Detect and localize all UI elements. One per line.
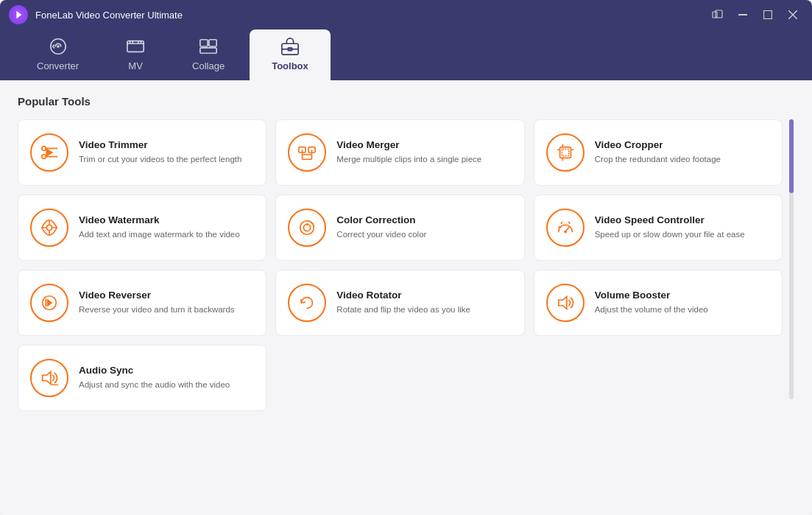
tools-grid: Video Trimmer Trim or cut your videos to… <box>18 119 783 411</box>
svg-rect-3 <box>738 14 747 15</box>
tab-toolbox[interactable]: Toolbox <box>250 29 331 80</box>
tool-card-audio-sync[interactable]: Audio Sync Adjust and sync the audio wit… <box>18 345 266 411</box>
tools-grid-wrapper: Video Trimmer Trim or cut your videos to… <box>18 119 788 500</box>
tool-card-video-watermark[interactable]: Video Watermark Add text and image water… <box>18 195 266 261</box>
scrollbar-track[interactable] <box>789 119 794 399</box>
main-content: Popular Tools <box>0 80 812 515</box>
audio-sync-name: Audio Sync <box>79 365 254 376</box>
minimize-btn[interactable] <box>732 4 753 25</box>
video-rotator-desc: Rotate and flip the video as you like <box>336 304 512 315</box>
video-reverser-info: Video Reverser Reverse your video and tu… <box>79 290 254 315</box>
maximize-btn[interactable] <box>758 4 778 25</box>
video-merger-name: Video Merger <box>336 139 512 150</box>
video-rotator-icon <box>288 284 326 322</box>
volume-booster-icon <box>546 284 585 322</box>
color-correction-name: Color Correction <box>336 214 512 225</box>
close-btn[interactable] <box>783 4 803 25</box>
svg-rect-1 <box>713 12 717 18</box>
video-speed-controller-name: Video Speed Controller <box>595 214 770 225</box>
video-speed-controller-icon <box>546 209 585 247</box>
tool-card-video-rotator[interactable]: Video Rotator Rotate and flip the video … <box>275 270 524 336</box>
svg-point-30 <box>306 223 308 225</box>
svg-marker-0 <box>16 11 21 19</box>
video-trimmer-name: Video Trimmer <box>79 139 254 150</box>
tab-converter-label: Converter <box>37 60 79 71</box>
video-trimmer-info: Video Trimmer Trim or cut your videos to… <box>79 139 254 165</box>
svg-point-27 <box>46 225 52 230</box>
app-title: FoneLab Video Converter Ultimate <box>35 10 707 21</box>
tool-card-video-merger[interactable]: Video Merger Merge multiple clips into a… <box>275 119 524 186</box>
video-merger-info: Video Merger Merge multiple clips into a… <box>336 139 512 165</box>
video-cropper-desc: Crop the redundant video footage <box>595 153 770 165</box>
tab-mv-label: MV <box>128 60 143 71</box>
video-speed-controller-info: Video Speed Controller Speed up or slow … <box>595 214 770 240</box>
video-rotator-name: Video Rotator <box>336 290 512 301</box>
color-correction-desc: Correct your video color <box>336 228 512 240</box>
svg-rect-10 <box>200 40 208 46</box>
nav-tabs: Converter MV Collage Toolb <box>0 29 812 80</box>
color-correction-icon <box>288 209 326 247</box>
tool-card-color-correction[interactable]: Color Correction Correct your video colo… <box>275 195 524 261</box>
svg-point-32 <box>564 231 567 234</box>
caption-btn[interactable] <box>707 4 728 25</box>
video-watermark-icon <box>30 209 68 247</box>
video-rotator-info: Video Rotator Rotate and flip the video … <box>336 290 512 315</box>
tools-area: Video Trimmer Trim or cut your videos to… <box>18 119 794 500</box>
video-cropper-name: Video Cropper <box>595 139 770 150</box>
video-watermark-desc: Add text and image watermark to the vide… <box>79 228 254 240</box>
app-window: FoneLab Video Converter Ultimate <box>0 0 812 515</box>
window-controls <box>707 4 803 25</box>
svg-rect-4 <box>764 11 772 19</box>
video-trimmer-icon <box>30 133 68 172</box>
svg-rect-26 <box>562 149 568 155</box>
tool-card-video-speed-controller[interactable]: Video Speed Controller Speed up or slow … <box>534 195 783 261</box>
tab-collage[interactable]: Collage <box>170 29 247 80</box>
video-reverser-name: Video Reverser <box>79 290 254 301</box>
video-watermark-info: Video Watermark Add text and image water… <box>79 214 254 240</box>
video-reverser-icon <box>30 284 68 322</box>
volume-booster-info: Volume Booster Adjust the volume of the … <box>595 290 770 315</box>
audio-sync-desc: Adjust and sync the audio with the video <box>79 379 254 390</box>
audio-sync-info: Audio Sync Adjust and sync the audio wit… <box>79 365 254 390</box>
svg-point-8 <box>57 45 60 48</box>
svg-marker-37 <box>43 372 51 385</box>
tab-collage-label: Collage <box>192 60 225 71</box>
volume-booster-name: Volume Booster <box>595 290 770 301</box>
video-speed-controller-desc: Speed up or slow down your file at ease <box>595 228 770 240</box>
svg-rect-12 <box>200 48 216 53</box>
video-merger-desc: Merge multiple clips into a single piece <box>336 153 512 165</box>
video-cropper-icon <box>546 133 585 172</box>
video-merger-icon <box>288 133 326 172</box>
svg-marker-36 <box>558 297 566 309</box>
svg-rect-11 <box>209 40 216 46</box>
scrollbar[interactable] <box>788 119 794 500</box>
svg-point-17 <box>42 155 46 159</box>
video-trimmer-desc: Trim or cut your videos to the perfect l… <box>79 153 254 165</box>
svg-rect-22 <box>303 155 312 160</box>
svg-marker-34 <box>47 299 52 306</box>
tool-card-video-trimmer[interactable]: Video Trimmer Trim or cut your videos to… <box>18 119 266 186</box>
tool-card-video-reverser[interactable]: Video Reverser Reverse your video and tu… <box>18 270 266 336</box>
svg-point-16 <box>42 147 46 151</box>
tool-card-volume-booster[interactable]: Volume Booster Adjust the volume of the … <box>534 270 783 336</box>
video-watermark-name: Video Watermark <box>79 214 254 225</box>
video-cropper-info: Video Cropper Crop the redundant video f… <box>595 139 770 165</box>
color-correction-info: Color Correction Correct your video colo… <box>336 214 512 240</box>
video-reverser-desc: Reverse your video and turn it backwards <box>79 304 254 315</box>
title-bar: FoneLab Video Converter Ultimate <box>0 0 812 29</box>
section-title: Popular Tools <box>18 95 794 108</box>
tab-converter[interactable]: Converter <box>15 29 101 80</box>
tab-toolbox-label: Toolbox <box>272 60 308 71</box>
volume-booster-desc: Adjust the volume of the video <box>595 304 770 315</box>
audio-sync-icon <box>30 359 68 397</box>
tool-card-video-cropper[interactable]: Video Cropper Crop the redundant video f… <box>534 119 783 186</box>
tab-mv[interactable]: MV <box>104 29 167 80</box>
scrollbar-thumb[interactable] <box>789 119 794 193</box>
app-logo <box>9 5 28 24</box>
